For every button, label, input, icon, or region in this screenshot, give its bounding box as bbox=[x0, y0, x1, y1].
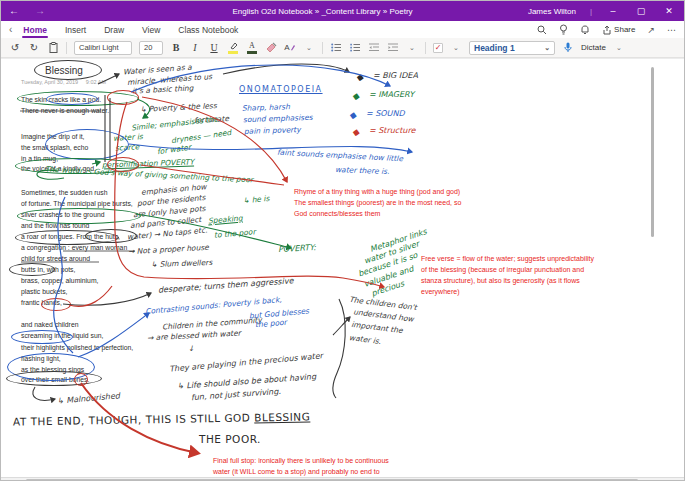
hw-note: Children in the community bbox=[162, 317, 262, 331]
format-painter-icon[interactable] bbox=[265, 41, 277, 55]
share-icon bbox=[602, 25, 612, 35]
paragraph-group-chevron-icon[interactable]: ⌄ bbox=[406, 41, 418, 55]
poem-line: Imagine the drip of it, bbox=[21, 134, 84, 141]
poem-line: butts in, with pots, bbox=[21, 267, 75, 274]
hw-note-green: scarce bbox=[115, 143, 140, 152]
window-title: English O2d Notebook » _Content Library … bbox=[129, 7, 516, 16]
tab-class-notebook[interactable]: Class Notebook bbox=[177, 23, 239, 37]
underline-button[interactable]: U bbox=[208, 41, 220, 55]
hw-note: ↓ bbox=[188, 345, 194, 353]
hw-note-green: dryness — need bbox=[171, 129, 232, 145]
dictate-mic-icon[interactable] bbox=[562, 41, 574, 55]
hw-conclusion-pre: AT THE END, THOUGH, THIS IS STILL GOD bbox=[13, 411, 254, 427]
hw-note-blue: sound emphasises bbox=[243, 114, 313, 124]
poem-line: silver crashes to the ground bbox=[21, 212, 105, 219]
poem-line: brass, copper, aluminium, bbox=[21, 278, 98, 285]
hw-note: important the bbox=[351, 321, 403, 335]
search-icon[interactable] bbox=[537, 25, 547, 35]
style-select[interactable]: Heading 1 ⌄ bbox=[469, 41, 555, 55]
font-size-select[interactable]: 20 bbox=[139, 41, 163, 55]
hw-note-blue: faint sounds emphasise how little bbox=[277, 149, 403, 163]
redo-icon[interactable]: ↻ bbox=[28, 41, 40, 55]
tag-chevron-icon[interactable]: ⌄ bbox=[450, 41, 462, 55]
font-color-bar bbox=[247, 51, 257, 54]
hw-note-blue: ONOMATOPOEIA bbox=[239, 86, 323, 94]
share-button[interactable]: Share bbox=[602, 25, 635, 35]
dictate-label[interactable]: Dictate bbox=[581, 43, 606, 52]
notifications-bell-icon[interactable] bbox=[580, 24, 590, 35]
sound-diamond-icon: ◆ bbox=[349, 110, 357, 121]
poem-line: over their small bones. bbox=[21, 377, 89, 384]
big-idea-diamond-icon: ◆ bbox=[356, 72, 364, 83]
toolbar-divider bbox=[425, 42, 426, 54]
tab-view[interactable]: View bbox=[141, 23, 161, 37]
hw-note-green: water is bbox=[113, 133, 143, 143]
hw-note: They are playing in the precious water bbox=[169, 352, 323, 373]
poem-line: their highlights polished to perfection, bbox=[21, 345, 133, 352]
poem-line: screaming in the liquid sun, bbox=[21, 333, 103, 340]
ribbon-back-chevron-icon[interactable]: ‹ bbox=[9, 24, 12, 35]
horizontal-scrollbar[interactable] bbox=[1, 477, 685, 481]
poem-line: and naked children bbox=[21, 322, 78, 329]
decrease-indent-icon[interactable] bbox=[368, 41, 380, 55]
hw-note: ↳ Malnourished bbox=[57, 392, 121, 405]
poem-line: and the flow has found bbox=[21, 223, 89, 230]
numbered-list-icon[interactable] bbox=[349, 41, 361, 55]
bullet-list-icon[interactable] bbox=[330, 41, 342, 55]
time-text: 9:02 AM bbox=[86, 79, 106, 85]
nav-forward-icon[interactable]: → bbox=[35, 1, 45, 21]
hw-note-green: for water bbox=[157, 144, 192, 156]
poem-line: the small splash, echo bbox=[21, 145, 88, 152]
vertical-scrollbar[interactable] bbox=[651, 67, 654, 237]
highlighter-button[interactable] bbox=[227, 41, 239, 55]
close-button[interactable]: ✕ bbox=[662, 6, 676, 16]
hw-note: ↳ Poverty & the less bbox=[140, 102, 217, 114]
font-color-a: A bbox=[249, 42, 255, 50]
hw-note: fun, not just surviving. bbox=[191, 388, 281, 402]
onenote-window: ← → English O2d Notebook » _Content Libr… bbox=[0, 0, 685, 481]
page-date: Tuesday, April 30, 2019 9:02 AM bbox=[21, 79, 106, 85]
highlight-color-bar bbox=[228, 51, 238, 54]
more-options-icon[interactable]: ⋯ bbox=[667, 25, 676, 35]
increase-indent-icon[interactable] bbox=[387, 41, 399, 55]
restore-button[interactable]: ▢ bbox=[634, 6, 648, 16]
structure-diamond-icon: ◆ bbox=[352, 127, 360, 138]
font-color-button[interactable]: A bbox=[246, 41, 258, 55]
toolbar-divider bbox=[322, 42, 323, 54]
hw-note: desperate; turns them aggressive bbox=[158, 277, 294, 294]
hw-note: → Not a proper house bbox=[128, 244, 209, 256]
bold-button[interactable]: B bbox=[170, 41, 182, 55]
poem-line: a roar of tongues. From the huts, bbox=[21, 234, 120, 241]
hw-note: it's a basic thing bbox=[132, 84, 194, 95]
full-screen-icon[interactable]: ↗ bbox=[647, 25, 655, 35]
font-name-select[interactable]: Calibri Light bbox=[74, 41, 132, 55]
hw-conclusion-underlined: BLESSING bbox=[254, 410, 310, 423]
todo-tag-checkbox[interactable]: ✓ bbox=[433, 43, 443, 53]
ideas-lightbulb-icon[interactable] bbox=[559, 24, 568, 35]
tab-draw[interactable]: Draw bbox=[103, 23, 125, 37]
legend-structure: = Structure bbox=[369, 127, 415, 135]
minimize-button[interactable]: – bbox=[606, 6, 620, 16]
tab-home[interactable]: Home bbox=[22, 23, 48, 37]
italic-button[interactable]: I bbox=[189, 41, 201, 55]
share-label: Share bbox=[614, 25, 635, 34]
hw-note-blue: pain in poverty bbox=[244, 126, 301, 135]
undo-icon[interactable]: ↺ bbox=[9, 41, 21, 55]
page-canvas[interactable]: Blessing Tuesday, April 30, 2019 9:02 AM… bbox=[1, 58, 685, 481]
hw-note: → are blessed with water bbox=[147, 330, 241, 342]
styles-pen-button[interactable]: A bbox=[284, 41, 296, 55]
nav-back-icon[interactable]: ← bbox=[9, 1, 19, 21]
hw-note: ↳ Slum dwellers bbox=[151, 259, 212, 269]
titlebar-separator: | bbox=[590, 7, 592, 16]
poem-line: plastic buckets, bbox=[21, 289, 67, 296]
poem-line: There never is enough water. bbox=[21, 108, 109, 115]
tab-insert[interactable]: Insert bbox=[64, 23, 87, 37]
hw-conclusion-line1: AT THE END, THOUGH, THIS IS STILL GOD BL… bbox=[13, 411, 310, 427]
paste-clipboard-icon[interactable] bbox=[47, 41, 59, 55]
date-text: Tuesday, April 30, 2019 bbox=[21, 79, 78, 85]
poem-line: of fortune. The municipal pipe bursts, bbox=[21, 201, 133, 208]
account-name[interactable]: James Wilton bbox=[528, 7, 576, 16]
font-group-chevron-icon[interactable]: ⌄ bbox=[303, 41, 315, 55]
dictate-chevron-icon[interactable]: ⌄ bbox=[613, 41, 625, 55]
hw-note: water is. bbox=[349, 334, 382, 345]
